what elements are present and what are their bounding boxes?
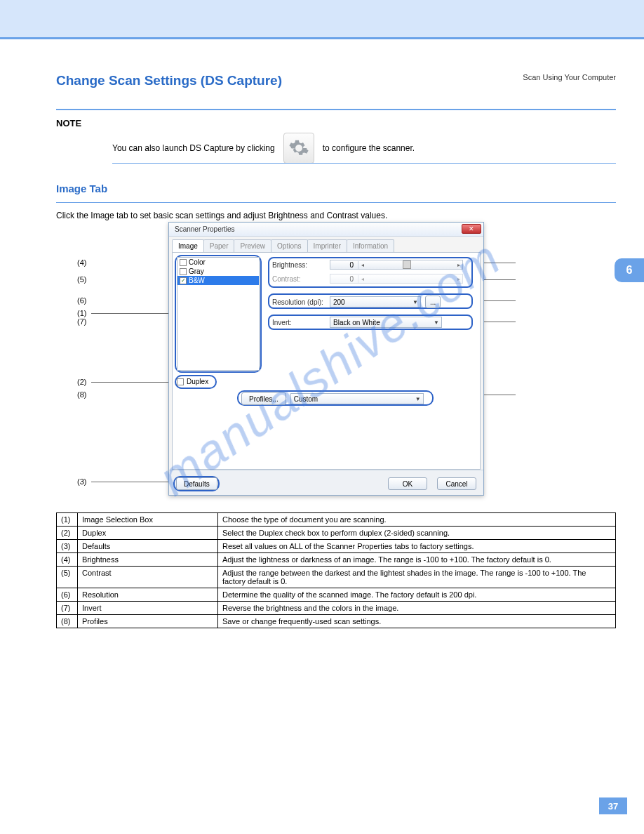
list-item-label: Gray xyxy=(189,267,204,275)
cell-num: (8) xyxy=(57,615,78,628)
cell-desc: Reverse the brightness and the colors in… xyxy=(218,602,616,615)
note-label: NOTE xyxy=(56,118,616,128)
callout-4: (4) xyxy=(77,258,86,267)
callout-7: (7) xyxy=(77,317,86,326)
checkbox-icon[interactable] xyxy=(180,268,187,275)
settings-table: (1)Image Selection BoxChoose the type of… xyxy=(56,512,616,628)
defaults-button[interactable]: Defaults xyxy=(176,477,217,490)
chevron-right-icon[interactable]: ▸ xyxy=(457,262,460,268)
cell-desc: Save or change frequently-used scan sett… xyxy=(218,615,616,628)
cell-name: Contrast xyxy=(78,567,218,588)
chevron-down-icon: ▼ xyxy=(434,319,439,326)
section-title: Change Scan Settings (DS Capture) xyxy=(56,73,282,88)
list-item-label: B&W xyxy=(189,277,205,284)
divider xyxy=(56,202,616,203)
brightness-value: 0 xyxy=(330,261,358,269)
chevron-left-icon[interactable]: ◂ xyxy=(361,262,364,268)
cell-name: Duplex xyxy=(78,527,218,540)
page-number: 37 xyxy=(599,797,627,814)
cell-num: (1) xyxy=(57,513,78,527)
table-row: (8)ProfilesSave or change frequently-use… xyxy=(57,615,616,628)
subsection-title: Image Tab xyxy=(56,183,107,194)
list-item-label: Color xyxy=(189,258,206,266)
chevron-left-icon[interactable]: ◂ xyxy=(361,276,364,282)
callout-6: (6) xyxy=(77,296,86,305)
callout-3: (3) xyxy=(77,477,86,486)
tab-information[interactable]: Information xyxy=(347,239,394,252)
brightness-label: Brightness: xyxy=(272,261,330,269)
cell-name: Profiles xyxy=(78,615,218,628)
titlebar: Scanner Properties ✕ xyxy=(169,223,483,237)
cancel-button[interactable]: Cancel xyxy=(437,477,476,490)
duplex-label: Duplex xyxy=(187,378,208,385)
tab-preview[interactable]: Preview xyxy=(234,239,271,252)
list-item: ✓B&W xyxy=(177,276,259,285)
invert-value: Black on White xyxy=(333,319,380,326)
list-item: Color xyxy=(177,258,259,267)
contrast-slider[interactable]: 0 ◂ ▸ xyxy=(330,274,463,284)
close-icon[interactable]: ✕ xyxy=(462,224,481,234)
cell-num: (3) xyxy=(57,540,78,553)
cell-name: Brightness xyxy=(78,553,218,567)
cell-desc: Choose the type of document you are scan… xyxy=(218,513,616,527)
cell-num: (2) xyxy=(57,527,78,540)
profiles-button[interactable]: Profiles... xyxy=(241,392,286,405)
tab-imprinter[interactable]: Imprinter xyxy=(307,239,347,252)
cell-desc: Adjust the range between the darkest and… xyxy=(218,567,616,588)
cell-num: (6) xyxy=(57,588,78,602)
tab-paper[interactable]: Paper xyxy=(203,239,235,252)
cell-num: (7) xyxy=(57,602,78,615)
contrast-value: 0 xyxy=(330,275,358,283)
gear-icon xyxy=(283,133,314,164)
brightness-slider[interactable]: 0 ◂ ▸ xyxy=(330,260,463,270)
divider xyxy=(56,109,616,110)
table-row: (1)Image Selection BoxChoose the type of… xyxy=(57,513,616,527)
cell-name: Image Selection Box xyxy=(78,513,218,527)
dialog-bottom-bar: Defaults OK Cancel xyxy=(169,470,483,495)
profiles-select[interactable]: Custom ▼ xyxy=(290,393,424,404)
tab-options[interactable]: Options xyxy=(271,239,307,252)
cell-desc: Determine the quality of the scanned ima… xyxy=(218,588,616,602)
divider xyxy=(112,163,616,164)
chapter-tab: 6 xyxy=(615,258,644,282)
invert-label: Invert: xyxy=(272,319,330,326)
cell-name: Resolution xyxy=(78,588,218,602)
chevron-right-icon[interactable]: ▸ xyxy=(457,276,460,282)
table-row: (7)InvertReverse the brightness and the … xyxy=(57,602,616,615)
table-row: (4)BrightnessAdjust the lightness or dar… xyxy=(57,553,616,567)
cell-desc: Select the Duplex check box to perform d… xyxy=(218,527,616,540)
table-row: (6)ResolutionDetermine the quality of th… xyxy=(57,588,616,602)
image-selection-list[interactable]: Color Gray ✓B&W xyxy=(177,257,260,371)
slider-thumb[interactable] xyxy=(403,260,411,269)
profiles-value: Custom xyxy=(294,395,318,403)
running-head: Scan Using Your Computer xyxy=(523,73,616,81)
scanner-properties-dialog: Scanner Properties ✕ Image Paper Preview… xyxy=(168,222,484,496)
callout-2: (2) xyxy=(77,378,86,386)
cell-name: Invert xyxy=(78,602,218,615)
header-band xyxy=(0,0,644,39)
tabstrip: Image Paper Preview Options Imprinter In… xyxy=(169,237,483,252)
checkbox-icon[interactable]: ✓ xyxy=(180,277,187,284)
callout-8: (8) xyxy=(77,390,86,399)
resolution-value: 200 xyxy=(333,298,345,306)
invert-select[interactable]: Black on White ▼ xyxy=(330,317,442,328)
tab-image[interactable]: Image xyxy=(172,239,204,252)
cell-num: (4) xyxy=(57,553,78,567)
table-row: (3)DefaultsReset all values on ALL of th… xyxy=(57,540,616,553)
checkbox-icon[interactable] xyxy=(180,259,187,266)
resolution-select[interactable]: 200 ▼ xyxy=(330,296,421,307)
table-row: (5)ContrastAdjust the range between the … xyxy=(57,567,616,588)
ok-button[interactable]: OK xyxy=(388,477,427,490)
cell-num: (5) xyxy=(57,567,78,588)
resolution-label: Resolution (dpi): xyxy=(272,298,330,306)
table-row: (2)DuplexSelect the Duplex check box to … xyxy=(57,527,616,540)
cell-desc: Adjust the lightness or darkness of an i… xyxy=(218,553,616,567)
tab-panel: Color Gray ✓B&W Brightness: 0 ◂ ▸ xyxy=(172,252,481,470)
resolution-more-button[interactable]: ... xyxy=(425,296,441,308)
duplex-checkbox[interactable] xyxy=(177,378,184,385)
chevron-down-icon: ▼ xyxy=(415,396,421,402)
chevron-down-icon: ▼ xyxy=(412,299,418,305)
note-text: to configure the scanner. xyxy=(323,143,415,153)
cell-name: Defaults xyxy=(78,540,218,553)
figure: (1) (2) (3) (4) (5) (6) (7) (8) Scanner … xyxy=(77,222,582,503)
